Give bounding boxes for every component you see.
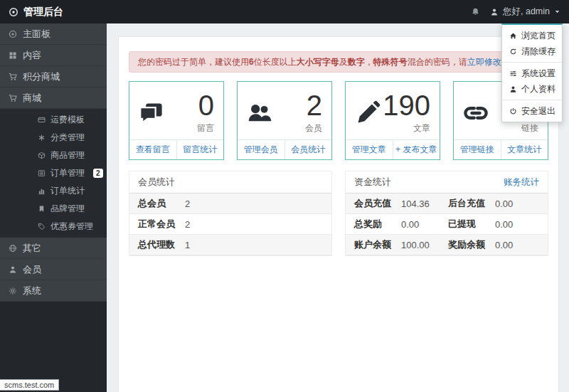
row-value: 0.00	[495, 198, 539, 209]
sidebar-item-label: 优惠券管理	[50, 221, 93, 233]
users-icon	[247, 100, 272, 138]
sidebar-item-内容[interactable]: 内容	[0, 45, 107, 66]
card-link-管理文章[interactable]: 管理文章	[346, 140, 393, 159]
navbar-right: 您好, admin	[471, 6, 560, 18]
sidebar-item-运费模板[interactable]: 运费模板	[0, 111, 107, 129]
power-icon	[509, 107, 517, 115]
card-link-留言统计[interactable]: 留言统计	[177, 140, 224, 159]
menu-item-浏览首页[interactable]: 浏览首页	[502, 28, 562, 43]
globe-icon	[8, 244, 17, 253]
main-content: 您的密码过于简单，建议使用6位长度以上大小写字母及数字，特殊符号混合的密码，请立…	[107, 23, 569, 392]
brand[interactable]: 管理后台	[9, 6, 63, 18]
password-alert: 您的密码过于简单，建议使用6位长度以上大小写字母及数字，特殊符号混合的密码，请立…	[129, 51, 548, 73]
table-row: 正常会员2	[129, 214, 331, 235]
list-icon	[37, 169, 46, 177]
sidebar-item-label: 商城	[23, 92, 41, 105]
home-icon	[509, 32, 517, 40]
stat-card-body: 190文章	[346, 82, 440, 139]
row-value: 2	[185, 219, 190, 230]
alert-text: ，	[365, 57, 373, 67]
sidebar-submenu: 运费模板分类管理商品管理订单管理2订单统计品牌管理优惠券管理	[0, 109, 107, 238]
stat-card-unit: 链接	[521, 122, 538, 134]
sidebar-item-label: 运费模板	[50, 114, 85, 126]
content-panel: 您的密码过于简单，建议使用6位长度以上大小写字母及数字，特殊符号混合的密码，请立…	[118, 36, 559, 392]
menu-item-label: 浏览首页	[521, 30, 555, 42]
stat-card-value: 0	[197, 89, 214, 122]
row-label: 总代理数	[138, 238, 185, 251]
user-menu-toggle[interactable]: 您好, admin	[490, 6, 560, 18]
row-value: 100.00	[401, 240, 448, 250]
row-label: 总奖励	[354, 218, 401, 231]
row-label: 已提现	[448, 218, 495, 231]
card-link-管理链接[interactable]: 管理链接	[454, 140, 501, 159]
sidebar-item-系统[interactable]: 系统	[0, 280, 107, 302]
alert-text: 位长度以上	[254, 57, 297, 67]
bookmark-icon	[37, 205, 46, 213]
row-label: 会员充值	[354, 197, 401, 210]
top-navbar: 管理后台 您好, admin	[0, 0, 569, 23]
sidebar-item-label: 会员	[23, 263, 41, 276]
card-link-查看留言[interactable]: 查看留言	[129, 140, 177, 159]
stat-card-footer: 查看留言留言统计	[129, 139, 223, 159]
sidebar-item-品牌管理[interactable]: 品牌管理	[0, 200, 107, 218]
menu-item-系统设置[interactable]: 系统设置	[502, 65, 562, 81]
sidebar-item-商城[interactable]: 商城	[0, 88, 107, 109]
alert-emphasis: 特殊符号	[373, 57, 408, 67]
refresh-icon	[509, 48, 517, 55]
row-label: 正常会员	[138, 218, 185, 231]
sidebar-item-订单统计[interactable]: 订单统计	[0, 182, 107, 200]
sidebar-item-主面板[interactable]: 主面板	[0, 23, 107, 45]
sidebar-item-label: 内容	[23, 49, 41, 62]
card-link-会员统计[interactable]: 会员统计	[285, 140, 332, 159]
sidebar-item-label: 订单统计	[50, 185, 85, 197]
table-row: 账户余额100.00奖励余额0.00	[346, 235, 548, 255]
card-link-管理会员[interactable]: 管理会员	[238, 140, 285, 159]
stat-card-footer: 管理会员会员统计	[238, 139, 331, 159]
sidebar-item-label: 品牌管理	[50, 203, 85, 215]
card-icon	[37, 116, 46, 124]
row-value: 0.00	[495, 219, 539, 230]
row-label: 后台充值	[448, 197, 495, 210]
sidebar-item-优惠券管理[interactable]: 优惠券管理	[0, 218, 107, 235]
menu-divider	[502, 62, 562, 63]
table-row: 总奖励0.00已提现0.00	[346, 214, 548, 235]
sidebar-item-label: 积分商城	[23, 70, 60, 83]
menu-item-个人资料[interactable]: 个人资料	[502, 81, 562, 97]
row-value: 104.36	[401, 198, 448, 209]
menu-item-label: 安全退出	[521, 105, 555, 117]
bell-icon[interactable]	[471, 7, 480, 16]
sidebar-item-积分商城[interactable]: 积分商城	[0, 66, 107, 88]
card-link-发布文章[interactable]: + 发布文章	[393, 140, 440, 159]
menu-item-label: 清除缓存	[521, 46, 555, 58]
fund-stats-header: 资金统计 账务统计	[346, 171, 548, 194]
menu-item-清除缓存[interactable]: 清除缓存	[502, 43, 562, 59]
stat-card-footer: 管理文章+ 发布文章	[346, 139, 440, 159]
sliders-icon	[509, 70, 517, 78]
sidebar-item-会员[interactable]: 会员	[0, 259, 107, 280]
sidebar-item-订单管理[interactable]: 订单管理2	[0, 164, 107, 182]
member-stats-title: 会员统计	[138, 171, 175, 193]
asterisk-icon	[37, 134, 46, 142]
alert-emphasis: 大小写字母	[297, 57, 339, 67]
card-link-文章统计[interactable]: 文章统计	[501, 140, 548, 159]
sidebar-item-其它[interactable]: 其它	[0, 238, 107, 259]
stat-card-文章: 190文章管理文章+ 发布文章	[345, 81, 440, 160]
row-label: 总会员	[138, 197, 185, 210]
sidebar-item-分类管理[interactable]: 分类管理	[0, 129, 107, 147]
sidebar-item-商品管理[interactable]: 商品管理	[0, 147, 107, 164]
tag-icon	[37, 223, 46, 231]
fund-stats-link[interactable]: 账务统计	[504, 171, 539, 193]
menu-item-安全退出[interactable]: 安全退出	[502, 103, 562, 119]
stat-card-unit: 文章	[383, 122, 430, 134]
alert-text: 及	[339, 57, 348, 67]
menu-divider	[502, 100, 562, 100]
row-label: 账户余额	[354, 238, 401, 251]
member-stats-rows: 总会员2正常会员2总代理数1	[129, 194, 331, 255]
member-stats-header: 会员统计	[129, 171, 331, 194]
alert-emphasis: 数字	[348, 57, 365, 67]
row-value: 0.00	[495, 240, 539, 250]
row-label: 奖励余额	[448, 238, 495, 251]
change-password-link[interactable]: 立即修改	[467, 57, 501, 67]
chart-icon	[37, 187, 46, 195]
stat-card-unit: 留言	[197, 122, 214, 134]
